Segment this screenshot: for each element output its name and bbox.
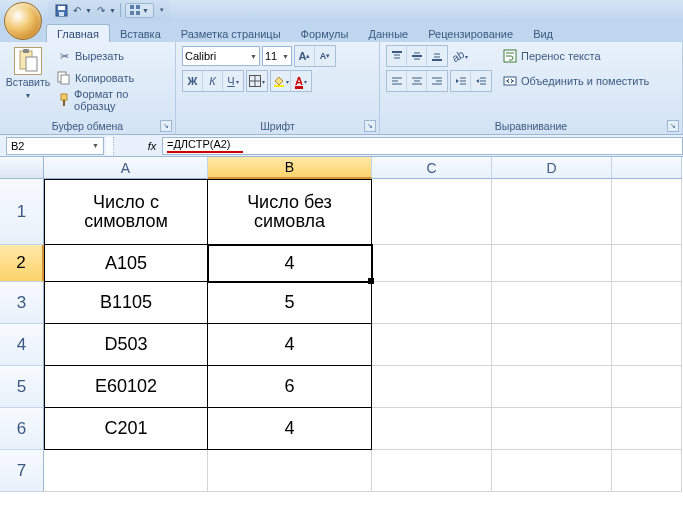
qat-customize-icon[interactable]: ▾: [160, 6, 164, 14]
italic-button[interactable]: К: [203, 71, 223, 91]
col-header[interactable]: C: [372, 157, 492, 179]
cell[interactable]: 4: [208, 408, 372, 450]
cell[interactable]: Число без симовла: [208, 179, 372, 245]
row-header[interactable]: 7: [0, 450, 44, 492]
cell[interactable]: A105: [44, 245, 208, 282]
tab-view[interactable]: Вид: [523, 25, 563, 42]
cell[interactable]: [492, 366, 612, 408]
cell[interactable]: B1105: [44, 282, 208, 324]
orientation-button[interactable]: ab▾: [450, 46, 470, 66]
borders-button[interactable]: ▾: [247, 71, 267, 91]
cell[interactable]: [612, 450, 682, 492]
cell[interactable]: D503: [44, 324, 208, 366]
decrease-indent-button[interactable]: [451, 71, 471, 91]
cell[interactable]: [492, 450, 612, 492]
cell[interactable]: [492, 282, 612, 324]
cell[interactable]: [372, 282, 492, 324]
row-header[interactable]: 5: [0, 366, 44, 408]
svg-rect-5: [130, 11, 134, 15]
format-painter-button[interactable]: Формат по образцу: [54, 89, 169, 111]
cell[interactable]: 5: [208, 282, 372, 324]
cell[interactable]: [372, 366, 492, 408]
name-box-resizer[interactable]: [106, 137, 114, 155]
grow-font-button[interactable]: A▴: [295, 46, 315, 66]
tab-formulas[interactable]: Формулы: [291, 25, 359, 42]
row-header[interactable]: 3: [0, 282, 44, 324]
shrink-font-button[interactable]: A▾: [315, 46, 335, 66]
cell[interactable]: [372, 408, 492, 450]
group-font-label: Шрифт: [182, 119, 373, 133]
wrap-text-button[interactable]: Перенос текста: [500, 45, 651, 67]
cell[interactable]: [44, 450, 208, 492]
office-button[interactable]: [4, 2, 42, 40]
cell[interactable]: [492, 179, 612, 245]
cell[interactable]: [492, 324, 612, 366]
tab-insert[interactable]: Вставка: [110, 25, 171, 42]
font-color-button[interactable]: A▾: [291, 71, 311, 91]
bold-button[interactable]: Ж: [183, 71, 203, 91]
tab-page-layout[interactable]: Разметка страницы: [171, 25, 291, 42]
col-header[interactable]: A: [44, 157, 208, 179]
cell[interactable]: [612, 245, 682, 282]
font-name-combo[interactable]: Calibri▼: [182, 46, 260, 66]
group-alignment-label: Выравнивание: [386, 119, 676, 133]
cell[interactable]: [612, 179, 682, 245]
cell[interactable]: [372, 450, 492, 492]
align-left-button[interactable]: [387, 71, 407, 91]
increase-indent-button[interactable]: [471, 71, 491, 91]
font-launcher[interactable]: ↘: [364, 120, 376, 132]
cell[interactable]: C201: [44, 408, 208, 450]
fx-icon[interactable]: fx: [142, 140, 162, 152]
paste-button[interactable]: Вставить▼: [6, 45, 50, 111]
row-header[interactable]: 6: [0, 408, 44, 450]
formula-input[interactable]: =ДЛСТР(A2): [162, 137, 683, 155]
tab-home[interactable]: Главная: [46, 24, 110, 42]
cell[interactable]: [372, 179, 492, 245]
fill-color-button[interactable]: ▾: [271, 71, 291, 91]
clipboard-launcher[interactable]: ↘: [160, 120, 172, 132]
underline-button[interactable]: Ч▾: [223, 71, 243, 91]
cell[interactable]: [372, 245, 492, 282]
cell[interactable]: [492, 408, 612, 450]
col-header[interactable]: [612, 157, 682, 179]
font-size-combo[interactable]: 11▼: [262, 46, 292, 66]
undo-dropdown-icon[interactable]: ▼: [85, 7, 92, 14]
cell[interactable]: [208, 450, 372, 492]
cell[interactable]: [492, 245, 612, 282]
cell[interactable]: [612, 408, 682, 450]
cell[interactable]: 4: [208, 324, 372, 366]
cell[interactable]: [372, 324, 492, 366]
align-center-button[interactable]: [407, 71, 427, 91]
tab-review[interactable]: Рецензирование: [418, 25, 523, 42]
redo-icon[interactable]: ↷: [94, 3, 108, 17]
cut-button[interactable]: ✂ Вырезать: [54, 45, 169, 67]
align-middle-button[interactable]: [407, 46, 427, 66]
copy-button[interactable]: Копировать: [54, 67, 169, 89]
align-top-button[interactable]: [387, 46, 407, 66]
cell[interactable]: 6: [208, 366, 372, 408]
row-header[interactable]: 2: [0, 245, 44, 282]
cell[interactable]: Число с симовлом: [44, 179, 208, 245]
alignment-launcher[interactable]: ↘: [667, 120, 679, 132]
save-icon[interactable]: [54, 3, 68, 17]
align-right-button[interactable]: [427, 71, 447, 91]
col-header[interactable]: B: [208, 157, 372, 179]
undo-icon[interactable]: ↶: [70, 3, 84, 17]
cell[interactable]: [612, 366, 682, 408]
chevron-down-icon: ▼: [25, 92, 32, 99]
cell[interactable]: [612, 282, 682, 324]
row-header[interactable]: 1: [0, 179, 44, 245]
select-all-corner[interactable]: [0, 157, 44, 179]
redo-dropdown-icon[interactable]: ▼: [109, 7, 116, 14]
cell-active[interactable]: 4: [208, 245, 372, 282]
merge-center-button[interactable]: Объединить и поместить: [500, 70, 651, 92]
tab-data[interactable]: Данные: [358, 25, 418, 42]
qat-panel[interactable]: ▼: [125, 3, 154, 18]
cell[interactable]: E60102: [44, 366, 208, 408]
row-header[interactable]: 4: [0, 324, 44, 366]
align-bottom-button[interactable]: [427, 46, 447, 66]
wrap-text-label: Перенос текста: [521, 50, 601, 62]
cell[interactable]: [612, 324, 682, 366]
name-box[interactable]: B2 ▼: [6, 137, 104, 155]
col-header[interactable]: D: [492, 157, 612, 179]
